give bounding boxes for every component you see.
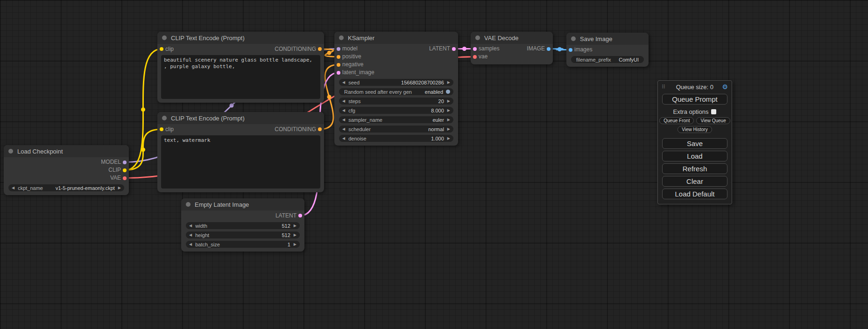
- input-dot-images[interactable]: [569, 48, 572, 52]
- output-dot-latent[interactable]: [452, 47, 456, 51]
- arrow-right-icon[interactable]: ▶: [294, 224, 296, 228]
- arrow-left-icon[interactable]: ◀: [342, 108, 345, 112]
- arrow-right-icon[interactable]: ▶: [447, 136, 450, 140]
- widget-height[interactable]: ◀ height 512 ▶: [186, 231, 300, 238]
- widget-ckpt-name[interactable]: ◀ ckpt_name v1-5-pruned-emaonly.ckpt ▶: [8, 184, 124, 191]
- link-midpoint-dot[interactable]: [557, 47, 562, 51]
- collapse-dot-icon[interactable]: [186, 202, 191, 207]
- node-titlebar[interactable]: Empty Latent Image: [181, 198, 304, 210]
- node-titlebar[interactable]: Save Image: [566, 33, 649, 45]
- collapse-dot-icon[interactable]: [571, 36, 576, 41]
- queue-front-button[interactable]: Queue Front: [659, 117, 694, 124]
- arrow-left-icon[interactable]: ◀: [342, 80, 345, 84]
- toggle-dot-icon[interactable]: [446, 90, 450, 94]
- widget-filename-prefix[interactable]: filename_prefix ComfyUI: [571, 56, 644, 63]
- collapse-dot-icon[interactable]: [8, 149, 13, 154]
- save-button[interactable]: Save: [662, 138, 727, 149]
- node-titlebar[interactable]: KSampler: [334, 32, 458, 44]
- widget-cfg[interactable]: ◀ cfg 8.000 ▶: [339, 107, 453, 114]
- node-titlebar[interactable]: VAE Decode: [471, 32, 553, 44]
- view-history-button[interactable]: View History: [677, 126, 712, 133]
- node-graph-canvas[interactable]: Load Checkpoint MODEL CLIP VAE ◀ ckpt_na…: [0, 0, 868, 329]
- output-dot-latent[interactable]: [298, 214, 302, 217]
- input-dot-vae[interactable]: [473, 55, 477, 59]
- node-titlebar[interactable]: CLIP Text Encode (Prompt): [157, 112, 324, 124]
- clear-button[interactable]: Clear: [662, 176, 727, 187]
- arrow-left-icon[interactable]: ◀: [189, 233, 192, 237]
- widget-scheduler[interactable]: ◀ scheduler normal ▶: [339, 126, 453, 133]
- arrow-left-icon[interactable]: ◀: [189, 224, 192, 228]
- load-button[interactable]: Load: [662, 151, 727, 161]
- input-label: model: [342, 45, 358, 52]
- input-label: positive: [342, 53, 361, 60]
- output-dot-image[interactable]: [547, 47, 550, 51]
- widget-width[interactable]: ◀ width 512 ▶: [186, 222, 300, 229]
- settings-gear-icon[interactable]: ⚙: [722, 83, 728, 91]
- link-midpoint-dot[interactable]: [327, 51, 332, 55]
- view-queue-button[interactable]: View Queue: [696, 117, 730, 124]
- input-dot-latent-image[interactable]: [337, 71, 340, 75]
- collapse-dot-icon[interactable]: [475, 35, 480, 40]
- arrow-right-icon[interactable]: ▶: [447, 80, 450, 84]
- arrow-right-icon[interactable]: ▶: [447, 127, 450, 131]
- refresh-button[interactable]: Refresh: [662, 163, 727, 174]
- widget-seed[interactable]: ◀ seed 156680208700286 ▶: [339, 79, 453, 86]
- input-dot-samples[interactable]: [473, 47, 477, 51]
- output-dot-clip[interactable]: [123, 168, 127, 172]
- input-dot-model[interactable]: [337, 47, 340, 51]
- arrow-left-icon[interactable]: ◀: [12, 186, 14, 190]
- output-label: LATENT: [275, 211, 296, 220]
- queue-buttons-row: Queue Front View Queue: [658, 117, 732, 124]
- arrow-left-icon[interactable]: ◀: [342, 136, 345, 140]
- input-dot-positive[interactable]: [337, 55, 340, 59]
- prompt-textarea[interactable]: text, watermark: [161, 135, 320, 189]
- prompt-textarea[interactable]: beautiful scenery nature glass bottle la…: [161, 55, 320, 99]
- output-dot-conditioning[interactable]: [318, 47, 322, 51]
- drag-handle-icon[interactable]: ⠿: [662, 84, 665, 90]
- arrow-right-icon[interactable]: ▶: [118, 186, 121, 190]
- input-dot-clip[interactable]: [160, 127, 163, 131]
- link-midpoint-dot[interactable]: [462, 47, 466, 51]
- output-slot-clip: CLIP: [4, 166, 129, 174]
- arrow-right-icon[interactable]: ▶: [294, 242, 296, 246]
- node-clip-text-encode-negative[interactable]: CLIP Text Encode (Prompt) clip CONDITION…: [157, 112, 324, 192]
- node-save-image[interactable]: Save Image images filename_prefix ComfyU…: [566, 33, 649, 67]
- arrow-right-icon[interactable]: ▶: [447, 99, 450, 103]
- collapse-dot-icon[interactable]: [162, 116, 167, 120]
- queue-prompt-button[interactable]: Queue Prompt: [662, 94, 727, 105]
- arrow-right-icon[interactable]: ▶: [447, 108, 450, 112]
- arrow-right-icon[interactable]: ▶: [447, 118, 450, 122]
- widget-label: denoise: [348, 136, 367, 141]
- link-midpoint-dot[interactable]: [141, 147, 145, 152]
- widget-steps[interactable]: ◀ steps 20 ▶: [339, 98, 453, 105]
- node-titlebar[interactable]: CLIP Text Encode (Prompt): [157, 32, 324, 44]
- node-load-checkpoint[interactable]: Load Checkpoint MODEL CLIP VAE ◀ ckpt_na…: [4, 145, 129, 195]
- widget-sampler-name[interactable]: ◀ sampler_name euler ▶: [339, 116, 453, 123]
- node-clip-text-encode-positive[interactable]: CLIP Text Encode (Prompt) clip CONDITION…: [157, 32, 324, 103]
- arrow-left-icon[interactable]: ◀: [342, 118, 345, 122]
- link-midpoint-dot[interactable]: [327, 95, 332, 99]
- output-dot-vae[interactable]: [123, 176, 127, 180]
- node-vae-decode[interactable]: VAE Decode samples IMAGE vae: [471, 32, 553, 64]
- link-midpoint-dot[interactable]: [230, 104, 234, 108]
- output-dot-model[interactable]: [123, 161, 127, 164]
- widget-random-seed-toggle[interactable]: Random seed after every gen enabled: [339, 88, 453, 95]
- node-ksampler[interactable]: KSampler model LATENT positive negative …: [334, 32, 458, 146]
- extra-options-checkbox[interactable]: [711, 109, 716, 114]
- output-dot-conditioning[interactable]: [318, 127, 322, 131]
- input-dot-negative[interactable]: [337, 63, 340, 67]
- widget-denoise[interactable]: ◀ denoise 1.000 ▶: [339, 135, 453, 142]
- arrow-left-icon[interactable]: ◀: [189, 242, 192, 246]
- arrow-right-icon[interactable]: ▶: [294, 233, 296, 237]
- load-default-button[interactable]: Load Default: [662, 189, 727, 199]
- collapse-dot-icon[interactable]: [162, 35, 167, 40]
- node-titlebar[interactable]: Load Checkpoint: [4, 145, 129, 157]
- arrow-left-icon[interactable]: ◀: [342, 99, 345, 103]
- widget-batch-size[interactable]: ◀ batch_size 1 ▶: [186, 241, 300, 248]
- widget-label: Random seed after every gen: [344, 89, 412, 95]
- arrow-left-icon[interactable]: ◀: [342, 127, 345, 131]
- collapse-dot-icon[interactable]: [339, 35, 344, 40]
- input-dot-clip[interactable]: [160, 47, 163, 51]
- node-empty-latent-image[interactable]: Empty Latent Image LATENT ◀ width 512 ▶ …: [181, 198, 304, 252]
- link-midpoint-dot[interactable]: [141, 107, 145, 112]
